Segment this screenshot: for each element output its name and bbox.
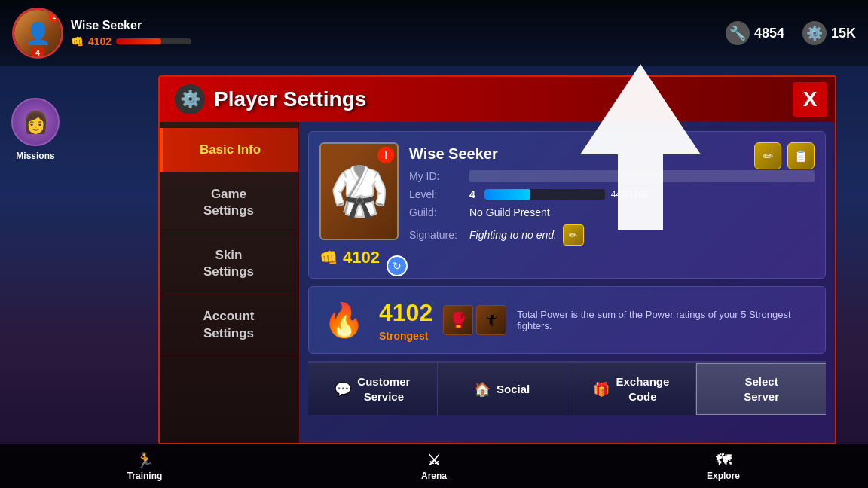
modal-header: ⚙️ Player Settings X xyxy=(160,77,835,122)
hud-bar: 👤 1 4 Wise Seeker 👊 4102 🔧 4854 ⚙️ 15K xyxy=(0,0,868,66)
arena-label: Arena xyxy=(421,471,447,481)
arena-icon: ⚔ xyxy=(427,451,441,469)
player-info-hud: Wise Seeker 👊 4102 xyxy=(71,19,191,47)
explore-icon: 🗺 xyxy=(716,452,731,469)
level-progress-text: 447/1162 xyxy=(611,189,649,200)
player-avatar-hud[interactable]: 👤 1 4 xyxy=(12,8,63,59)
close-button[interactable]: X xyxy=(793,82,827,117)
notification-badge: 1 xyxy=(49,11,60,22)
power-value-hud: 4102 xyxy=(88,35,112,47)
player-settings-modal: ⚙️ Player Settings X Basic Info GameSett… xyxy=(158,75,836,444)
exchange-code-icon: 🎁 xyxy=(593,381,610,398)
guild-row: Guild: No Guild Present xyxy=(409,206,815,218)
signature-label: Signature: xyxy=(409,229,469,241)
level-bar-fill xyxy=(484,189,530,200)
bottom-nav: 🏃 Training ⚔ Arena 🗺 Explore xyxy=(0,444,868,488)
power-bar-track xyxy=(116,38,191,44)
modal-title: Player Settings xyxy=(214,87,366,111)
profile-section: 🥋 ! ↻ 👊 4102 Wise Seeker My ID: xyxy=(308,131,826,279)
training-icon: 🏃 xyxy=(136,451,154,469)
power-fist-icon: 👊 xyxy=(319,249,338,267)
guild-value: No Guild Present xyxy=(469,206,815,218)
resource-value-1: 4854 xyxy=(754,26,784,41)
signature-row: Signature: Fighting to no end. ✏ xyxy=(409,224,815,246)
select-server-button[interactable]: SelectServer xyxy=(696,363,826,415)
avatar-refresh-button[interactable]: ↻ xyxy=(387,255,408,276)
customer-service-label: CustomerService xyxy=(357,374,410,404)
select-server-label: SelectServer xyxy=(744,374,779,404)
power-bar-hud: 👊 4102 xyxy=(71,35,191,47)
edit-signature-button[interactable]: ✏ xyxy=(563,224,584,246)
level-bar-wrap: 4 447/1162 xyxy=(469,188,649,200)
level-label: Level: xyxy=(409,188,469,200)
fighter-icon-2: 🗡 xyxy=(476,305,506,335)
exchange-code-button[interactable]: 🎁 ExchangeCode xyxy=(567,363,697,415)
profile-avatar-wrap: 🥋 ! ↻ 👊 4102 xyxy=(319,142,399,267)
settings-content: 🥋 ! ↻ 👊 4102 Wise Seeker My ID: xyxy=(299,122,835,443)
id-value-blurred xyxy=(469,170,815,182)
hud-resources: 🔧 4854 ⚙️ 15K xyxy=(726,21,856,45)
sidebar-item-skin-settings[interactable]: SkinSettings xyxy=(160,233,298,294)
modal-body: Basic Info GameSettings SkinSettings Acc… xyxy=(160,122,835,443)
level-badge: 4 xyxy=(31,47,44,58)
power-description: Total Power is the sum of the Power rati… xyxy=(517,309,815,331)
profile-power-value: 4102 xyxy=(343,248,380,267)
missions-label: Missions xyxy=(16,151,54,161)
power-section: 🔥 4102 Strongest 🥊 🗡 Total Power is the … xyxy=(308,286,826,354)
guild-label: Guild: xyxy=(409,206,469,218)
nav-training[interactable]: 🏃 Training xyxy=(0,448,289,484)
signature-value: Fighting to no end. xyxy=(469,229,557,241)
resource-item-1: 🔧 4854 xyxy=(726,21,784,45)
power-icon-hud: 👊 xyxy=(71,35,84,47)
sidebar-item-game-settings[interactable]: GameSettings xyxy=(160,172,298,233)
level-val: 4 xyxy=(469,188,475,200)
profile-avatar[interactable]: 🥋 ! xyxy=(319,142,399,240)
avatar-figure: 🥋 xyxy=(329,167,390,215)
profile-action-buttons: ✏ 📋 xyxy=(754,142,815,169)
missions-button[interactable]: 👩 Missions xyxy=(6,98,65,161)
missions-icon: 👩 xyxy=(11,98,60,146)
id-row: My ID: xyxy=(409,170,815,182)
power-label: Strongest xyxy=(379,330,432,342)
power-info: 4102 Strongest xyxy=(379,299,432,342)
explore-label: Explore xyxy=(707,471,740,481)
customer-service-icon: 💬 xyxy=(335,381,351,398)
power-logo-icon: 🔥 xyxy=(319,300,368,341)
nav-arena[interactable]: ⚔ Arena xyxy=(289,448,579,484)
resource-icon-1: 🔧 xyxy=(726,21,750,45)
edit-profile-button[interactable]: ✏ xyxy=(754,142,781,169)
fighter-icon-1: 🥊 xyxy=(443,305,473,335)
social-button[interactable]: 🏠 Social xyxy=(438,363,567,415)
settings-sidebar: Basic Info GameSettings SkinSettings Acc… xyxy=(160,122,299,443)
id-label: My ID: xyxy=(409,170,469,182)
exchange-code-label: ExchangeCode xyxy=(616,374,669,404)
resource-item-2: ⚙️ 15K xyxy=(802,21,856,45)
gear-icon: ⚙️ xyxy=(175,84,205,114)
level-bar xyxy=(484,189,605,200)
resource-icon-2: ⚙️ xyxy=(802,21,827,45)
nav-explore[interactable]: 🗺 Explore xyxy=(579,449,868,484)
sidebar-item-basic-info[interactable]: Basic Info xyxy=(160,128,298,172)
social-icon: 🏠 xyxy=(474,381,491,398)
signature-value-row: Fighting to no end. ✏ xyxy=(469,224,584,246)
resource-value-2: 15K xyxy=(831,26,856,41)
training-label: Training xyxy=(127,471,163,481)
power-fighter-icons: 🥊 🗡 xyxy=(443,305,506,335)
copy-profile-button[interactable]: 📋 xyxy=(787,142,815,169)
player-name-hud: Wise Seeker xyxy=(71,19,191,32)
power-bar-fill xyxy=(116,38,161,44)
bottom-buttons: 💬 CustomerService 🏠 Social 🎁 ExchangeCod… xyxy=(308,361,826,415)
avatar-notification: ! xyxy=(377,147,394,163)
level-row: Level: 4 447/1162 xyxy=(409,188,815,200)
customer-service-button[interactable]: 💬 CustomerService xyxy=(308,363,438,415)
social-label: Social xyxy=(497,382,530,397)
sidebar-item-account-settings[interactable]: AccountSettings xyxy=(160,294,298,355)
power-value-large: 4102 xyxy=(379,299,432,327)
